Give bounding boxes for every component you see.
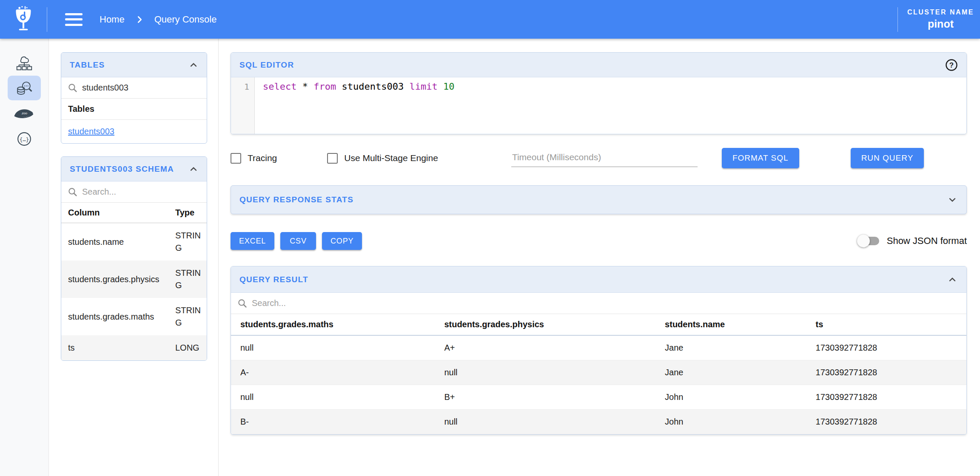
tables-panel-title: TABLES [70, 60, 105, 70]
multistage-option[interactable]: Use Multi-Stage Engine [327, 153, 438, 164]
tracing-checkbox[interactable] [231, 153, 241, 164]
tables-panel-header[interactable]: TABLES [61, 53, 207, 77]
schema-table: Column Type students.nameSTRINGstudents.… [61, 203, 207, 360]
schema-panel-header[interactable]: STUDENTS003 SCHEMA [61, 157, 207, 181]
schema-type-cell: LONG [168, 335, 207, 360]
sidebar-item-query-console[interactable] [8, 76, 41, 100]
schema-search-input[interactable] [82, 187, 201, 197]
zookeeper-icon: zoo [13, 107, 35, 120]
schema-type-header[interactable]: Type [168, 203, 207, 223]
schema-search-row [61, 181, 207, 203]
pinot-logo[interactable] [0, 6, 47, 34]
result-search-input[interactable] [252, 298, 960, 308]
result-cell: A+ [444, 335, 665, 360]
sql-token: from [313, 81, 336, 92]
result-cell: null [444, 410, 665, 434]
tracing-option[interactable]: Tracing [231, 153, 277, 164]
svg-text:?: ? [949, 61, 954, 69]
tables-list-header: Tables [61, 99, 207, 120]
chevron-down-icon[interactable] [947, 194, 958, 205]
schema-row: students.grades.physicsSTRING [61, 261, 207, 298]
sidebar-item-cluster-manager[interactable] [8, 50, 41, 75]
schema-panel: STUDENTS003 SCHEMA Column Type [61, 156, 207, 361]
query-console-icon [14, 78, 34, 98]
sql-token: select [263, 81, 296, 92]
result-column-header[interactable]: students.name [665, 314, 815, 335]
result-search-row [231, 293, 966, 314]
timeout-input[interactable] [511, 150, 698, 167]
sql-code-editor[interactable]: 1 select * from students003 limit 10 [231, 77, 966, 134]
format-sql-button[interactable]: FORMAT SQL [722, 148, 799, 168]
breadcrumb-home[interactable]: Home [100, 14, 125, 25]
search-icon [67, 187, 78, 197]
schema-panel-title: STUDENTS003 SCHEMA [70, 164, 174, 174]
breadcrumb-current: Query Console [154, 14, 217, 25]
query-result-card: QUERY RESULT students.grades.mathsstuden… [231, 266, 967, 435]
tables-search-row [61, 77, 207, 99]
hamburger-menu-icon[interactable] [65, 13, 83, 26]
table-link[interactable]: students003 [68, 127, 114, 136]
schema-row: tsLONG [61, 335, 207, 360]
schema-type-cell: STRING [168, 261, 207, 298]
wine-glass-logo-icon [14, 6, 33, 34]
cluster-name-label: CLUSTER NAME [907, 8, 974, 16]
csv-button[interactable]: CSV [280, 232, 316, 250]
help-icon[interactable]: ? [945, 59, 958, 71]
result-column-header[interactable]: ts [816, 314, 966, 335]
query-result-header[interactable]: QUERY RESULT [231, 266, 966, 293]
run-query-button[interactable]: RUN QUERY [851, 148, 924, 168]
query-response-stats-title: QUERY RESPONSE STATS [239, 195, 353, 204]
svg-text:{…}: {…} [20, 136, 29, 142]
result-column-header[interactable]: students.grades.physics [444, 314, 665, 335]
swagger-api-icon: {…} [14, 129, 34, 149]
tables-search-input[interactable] [82, 83, 201, 93]
pinot-query-console-app: Home Query Console CLUSTER NAME pinot [0, 0, 980, 476]
sql-editor-header: SQL EDITOR ? [231, 53, 966, 77]
query-result-title: QUERY RESULT [239, 275, 308, 284]
sql-token [438, 81, 443, 92]
sql-editor-card: SQL EDITOR ? 1 select * from students003… [231, 52, 967, 134]
left-panels-column: TABLES Tables students003 STUDENTS003 SC… [49, 39, 219, 476]
excel-button[interactable]: EXCEL [231, 232, 274, 250]
breadcrumb: Home Query Console [100, 14, 217, 25]
tables-list: students003 [61, 120, 207, 143]
result-cell: 1730392771828 [816, 335, 966, 360]
result-cell: 1730392771828 [816, 410, 966, 434]
query-response-stats-panel[interactable]: QUERY RESPONSE STATS [231, 185, 967, 214]
chevron-up-icon[interactable] [188, 164, 199, 175]
result-cell: John [665, 385, 815, 410]
editor-line-number: 1 [231, 77, 255, 134]
table-list-item[interactable]: students003 [61, 120, 207, 143]
schema-column-header[interactable]: Column [61, 203, 168, 223]
result-cell: null [231, 335, 444, 360]
search-icon [67, 82, 78, 93]
cluster-info: CLUSTER NAME pinot [897, 0, 980, 39]
json-format-toggle[interactable] [859, 237, 879, 245]
schema-table-body: students.nameSTRINGstudents.grades.physi… [61, 223, 207, 361]
chevron-up-icon[interactable] [947, 274, 958, 285]
sql-code-line[interactable]: select * from students003 limit 10 [255, 77, 454, 134]
copy-button[interactable]: COPY [322, 232, 362, 250]
sidebar-item-zookeeper-browser[interactable]: zoo [8, 101, 41, 126]
sql-token: limit [409, 81, 437, 92]
result-column-header[interactable]: students.grades.maths [231, 314, 444, 335]
result-cell: B- [231, 410, 444, 434]
schema-type-cell: STRING [168, 223, 207, 261]
sql-token: 10 [443, 81, 455, 92]
export-row: EXCEL CSV COPY Show JSON format [231, 232, 967, 250]
sidebar-item-swagger-api[interactable]: {…} [8, 127, 41, 151]
sql-editor-title: SQL EDITOR [239, 60, 294, 70]
schema-type-cell: STRING [168, 298, 207, 335]
schema-column-cell: students.grades.physics [61, 261, 168, 298]
result-cell: null [444, 360, 665, 385]
query-result-table: students.grades.mathsstudents.grades.phy… [231, 314, 966, 434]
chevron-up-icon[interactable] [188, 60, 199, 71]
result-header-row: students.grades.mathsstudents.grades.phy… [231, 314, 966, 335]
toggle-thumb[interactable] [857, 235, 870, 247]
app-header: Home Query Console CLUSTER NAME pinot [0, 0, 980, 39]
result-cell: B+ [444, 385, 665, 410]
header-divider [47, 7, 47, 32]
multistage-checkbox[interactable] [327, 153, 338, 164]
sql-token: students003 [336, 81, 409, 92]
timeout-field-wrap [511, 150, 698, 167]
